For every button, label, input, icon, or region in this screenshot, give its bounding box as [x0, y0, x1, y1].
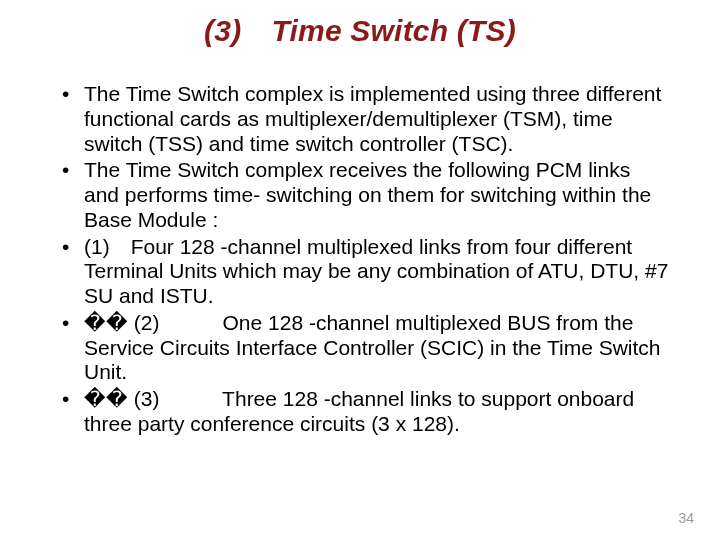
- slide-title: (3) Time Switch (TS): [0, 14, 720, 48]
- slide: (3) Time Switch (TS) The Time Switch com…: [0, 0, 720, 540]
- page-number: 34: [678, 510, 694, 526]
- bullet-text: (1) Four 128 -channel multiplexed links …: [84, 235, 668, 308]
- list-item: The Time Switch complex is implemented u…: [56, 82, 670, 156]
- bullet-text: �� (3) Three 128 -channel links to suppo…: [84, 387, 634, 435]
- list-item: �� (3) Three 128 -channel links to suppo…: [56, 387, 670, 437]
- bullet-list: The Time Switch complex is implemented u…: [56, 82, 670, 437]
- slide-body: The Time Switch complex is implemented u…: [56, 82, 670, 439]
- bullet-text: The Time Switch complex is implemented u…: [84, 82, 661, 155]
- bullet-text: �� (2) One 128 -channel multiplexed BUS …: [84, 311, 661, 384]
- bullet-text: The Time Switch complex receives the fol…: [84, 158, 651, 231]
- list-item: (1) Four 128 -channel multiplexed links …: [56, 235, 670, 309]
- list-item: The Time Switch complex receives the fol…: [56, 158, 670, 232]
- list-item: �� (2) One 128 -channel multiplexed BUS …: [56, 311, 670, 385]
